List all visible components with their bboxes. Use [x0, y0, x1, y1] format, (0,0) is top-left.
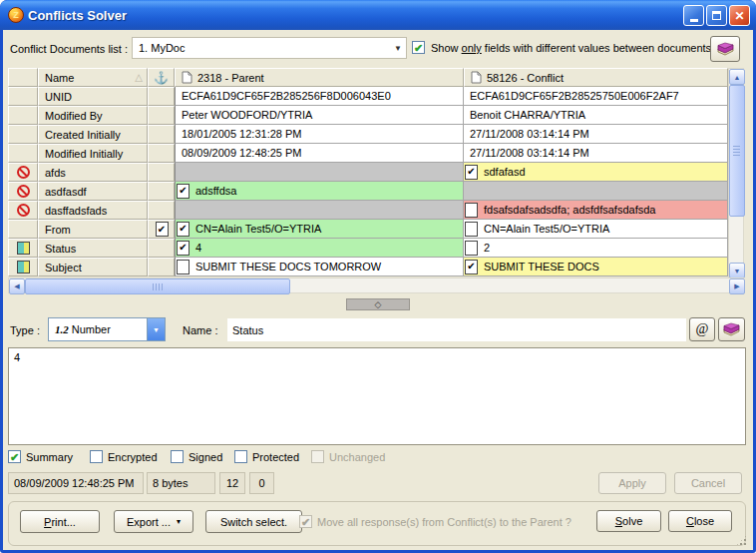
row-anchor-cell[interactable]: [148, 258, 175, 276]
parent-value-cell[interactable]: [175, 163, 464, 182]
parent-value-cell[interactable]: adsffdsa: [175, 182, 464, 201]
signed-checkbox[interactable]: [171, 450, 184, 463]
conflict-value-cell[interactable]: fdsafsdafsadsdfa; adsfdfsafsdafsda: [464, 201, 728, 220]
close-dialog-button[interactable]: Close: [668, 510, 732, 532]
row-name[interactable]: Subject: [38, 258, 148, 276]
move-responses-checkbox: [299, 515, 312, 528]
solve-button[interactable]: Solve: [596, 510, 661, 532]
conflict-value-cell[interactable]: sdfafasd: [464, 163, 728, 182]
cell-text: SUBMIT THESE DOCS TOMORROW: [189, 261, 381, 273]
parent-value-cell[interactable]: [175, 201, 464, 220]
row-name[interactable]: asdfasdf: [38, 182, 148, 201]
parent-value-cell[interactable]: 18/01/2005 12:31:28 PM: [175, 125, 464, 144]
help-book-button-2[interactable]: [718, 317, 745, 341]
horizontal-scroll-thumb[interactable]: [25, 278, 290, 294]
protected-checkbox[interactable]: [234, 450, 247, 463]
row-anchor-cell[interactable]: [148, 201, 175, 220]
parent-value-cell[interactable]: ECFA61D9CF65F2B285256F8D006043E0: [175, 87, 464, 106]
value-checkbox[interactable]: [177, 241, 189, 256]
row-anchor-cell[interactable]: [148, 239, 175, 258]
row-anchor-cell[interactable]: [148, 144, 175, 163]
chevron-down-icon: ▼: [147, 318, 165, 340]
parent-value-cell[interactable]: CN=Alain Test5/O=YTRIA: [175, 220, 464, 239]
row-name[interactable]: UNID: [38, 87, 148, 106]
splitter-handle[interactable]: [346, 298, 410, 310]
row-name[interactable]: dasffadsfads: [38, 201, 148, 220]
at-formula-button[interactable]: @: [689, 317, 715, 341]
column-header-name[interactable]: Name△: [38, 68, 148, 87]
help-book-button[interactable]: [710, 36, 740, 62]
conflict-value-cell[interactable]: 27/11/2008 03:14:14 PM: [464, 144, 728, 163]
show-only-different-checkbox[interactable]: [412, 41, 425, 54]
row-anchor-cell[interactable]: [148, 125, 175, 144]
row-anchor-cell[interactable]: [148, 163, 175, 182]
parent-value-cell[interactable]: 08/09/2009 12:48:25 PM: [175, 144, 464, 163]
row-name[interactable]: Created Initially: [38, 125, 148, 144]
vertical-scrollbar[interactable]: ▲ ▼: [728, 68, 744, 277]
row-name[interactable]: From: [38, 220, 148, 239]
value-checkbox[interactable]: [177, 222, 189, 237]
row-anchor-cell[interactable]: [148, 220, 175, 239]
row-anchor-cell[interactable]: [148, 106, 175, 125]
horizontal-scrollbar[interactable]: ◀ ▶: [8, 277, 744, 293]
maximize-button[interactable]: [706, 5, 727, 26]
close-button[interactable]: ✕: [729, 5, 750, 26]
minimize-button[interactable]: [683, 5, 704, 26]
conflict-value-cell[interactable]: 2: [464, 239, 728, 258]
switch-select-label: Switch select.: [220, 516, 287, 528]
column-header-anchor[interactable]: ⚓: [148, 68, 175, 87]
type-combobox[interactable]: 1.2Number ▼: [48, 317, 166, 341]
scroll-down-button[interactable]: ▼: [729, 263, 745, 278]
cell-text: Benoit CHARRA/YTRIA: [464, 109, 585, 121]
value-checkbox[interactable]: [465, 165, 478, 180]
scroll-left-button[interactable]: ◀: [9, 278, 25, 294]
row-name[interactable]: afds: [38, 163, 148, 182]
cell-text: 27/11/2008 03:14:14 PM: [464, 128, 589, 140]
minimize-icon: [690, 19, 698, 22]
export-button[interactable]: Export ...▾: [114, 510, 193, 533]
cancel-button[interactable]: Cancel: [674, 472, 742, 494]
column-header-parent[interactable]: 2318 - Parent: [175, 68, 464, 87]
row-anchor-cell[interactable]: [148, 87, 175, 106]
parent-value-cell[interactable]: 4: [175, 239, 464, 258]
cancel-label: Cancel: [691, 477, 725, 489]
value-checkbox[interactable]: [177, 260, 189, 275]
switch-select-button[interactable]: Switch select.: [205, 510, 302, 533]
parent-value-cell[interactable]: Peter WOODFORD/YTRIA: [175, 106, 464, 125]
print-button[interactable]: Print...: [20, 510, 100, 533]
cell-text: CN=Alain Test5/O=YTRIA: [189, 223, 321, 235]
encrypted-checkbox[interactable]: [90, 450, 103, 463]
value-checkbox[interactable]: [465, 241, 478, 256]
title-bar[interactable]: Conflicts Solver: [0, 0, 756, 30]
column-header-conflict[interactable]: 58126 - Conflict: [464, 68, 728, 87]
vertical-scroll-thumb[interactable]: [729, 85, 745, 217]
row-name[interactable]: Modified By: [38, 106, 148, 125]
conflict-value-cell[interactable]: Benoit CHARRA/YTRIA: [464, 106, 728, 125]
row-name[interactable]: Status: [38, 239, 148, 258]
summary-checkbox[interactable]: [8, 450, 21, 463]
scroll-up-button[interactable]: ▲: [729, 69, 745, 85]
corner-header-cell: [8, 68, 38, 87]
row-name[interactable]: Modified Initially: [38, 144, 148, 163]
apply-button[interactable]: Apply: [598, 472, 666, 494]
parent-value-cell[interactable]: SUBMIT THESE DOCS TOMORROW: [175, 258, 464, 276]
row-status-cell: [8, 182, 38, 201]
book-icon: [716, 42, 735, 57]
summary-label: Summary: [26, 451, 73, 463]
document-list-combobox[interactable]: 1. MyDoc ▼: [132, 37, 407, 59]
conflict-value-cell[interactable]: ECFA61D9CF65F2B28525750E006F2AF7: [464, 87, 728, 106]
conflict-value-cell[interactable]: [464, 182, 728, 201]
value-checkbox[interactable]: [465, 260, 478, 275]
conflict-value-cell[interactable]: SUBMIT THESE DOCS: [464, 258, 728, 276]
row-anchor-cell[interactable]: [148, 182, 175, 201]
value-checkbox[interactable]: [177, 184, 189, 199]
conflict-value-cell[interactable]: 27/11/2008 03:14:14 PM: [464, 125, 728, 144]
value-checkbox[interactable]: [465, 203, 478, 218]
anchor-checkbox[interactable]: [156, 222, 169, 237]
conflict-value-cell[interactable]: CN=Alain Test5/O=YTRIA: [464, 220, 728, 239]
cell-text: CN=Alain Test5/O=YTRIA: [478, 223, 609, 235]
scroll-right-button[interactable]: ▶: [729, 278, 745, 294]
value-editor[interactable]: 4: [8, 347, 746, 445]
field-name-display[interactable]: Status: [227, 318, 686, 341]
value-checkbox[interactable]: [465, 222, 478, 237]
